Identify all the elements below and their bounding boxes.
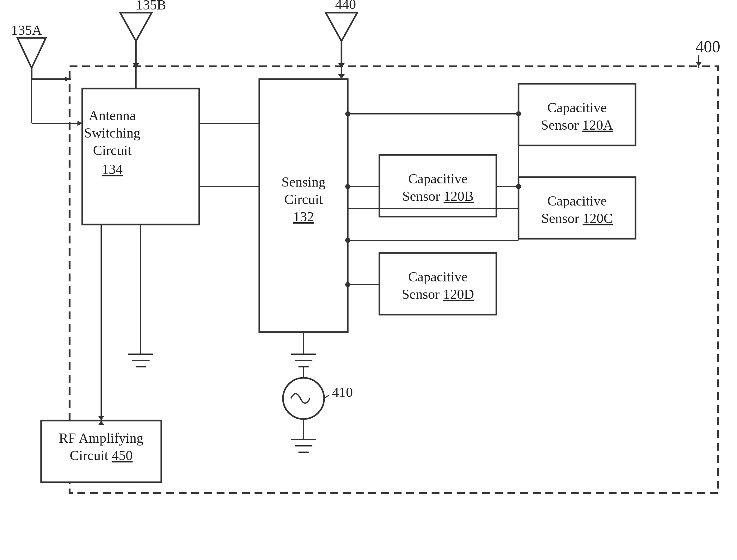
- cap-sensor-120C-label1: Capacitive: [547, 193, 607, 209]
- cap-sensor-120B-label1: Capacitive: [408, 171, 468, 187]
- rf-amplifying-label1: RF Amplifying: [59, 430, 144, 446]
- label-135B: 135B: [136, 0, 166, 13]
- ac-source-circle: [283, 378, 324, 419]
- label-410: 410: [332, 385, 353, 400]
- sensing-circuit-label2: Circuit: [284, 192, 323, 207]
- svg-point-43: [345, 282, 350, 287]
- svg-point-42: [345, 184, 350, 189]
- svg-point-41: [345, 111, 350, 116]
- cap-sensor-120B-label2: Sensor 120B: [402, 188, 474, 204]
- label-440: 440: [335, 0, 356, 12]
- label-400: 400: [696, 38, 720, 56]
- antenna-switching-number: 134: [102, 162, 123, 177]
- cap-sensor-120A-label1: Capacitive: [547, 100, 607, 115]
- svg-point-45: [516, 111, 521, 116]
- cap-sensor-120D-label1: Capacitive: [408, 269, 468, 285]
- cap-sensor-120C-label2: Sensor 120C: [541, 211, 613, 226]
- sensing-circuit-label1: Sensing: [281, 174, 325, 190]
- svg-point-51: [345, 238, 350, 243]
- antenna-switching-label2: Switching: [84, 125, 140, 141]
- circuit-diagram: 400 135A 135B 440 Antenna Switching Circ…: [0, 0, 737, 560]
- cap-sensor-120A-label2: Sensor 120A: [541, 117, 613, 133]
- label-135A: 135A: [11, 22, 42, 38]
- cap-sensor-120D-label2: Sensor 120D: [402, 286, 474, 302]
- svg-point-49: [516, 184, 521, 189]
- rf-amplifying-label2: Circuit 450: [70, 448, 132, 463]
- antenna-switching-label3: Circuit: [93, 143, 132, 158]
- sensing-circuit-number: 132: [293, 209, 314, 225]
- antenna-switching-label: Antenna: [89, 108, 136, 123]
